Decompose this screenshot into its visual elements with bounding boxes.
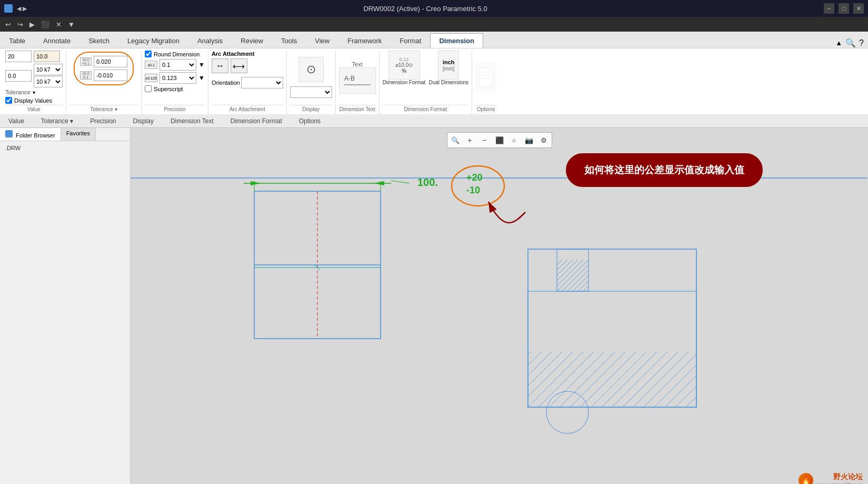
zoom-in-btn[interactable]: 🔍 bbox=[448, 134, 462, 146]
tolerance-group-label: Tolerance ▾ bbox=[69, 105, 138, 113]
tolerance-label[interactable]: Tolerance bbox=[5, 89, 31, 95]
drawing-svg: 100. +20 -10 bbox=[131, 154, 868, 484]
zoom-out-btn[interactable]: − bbox=[478, 134, 492, 146]
dimtext-icon[interactable]: A-B bbox=[339, 67, 376, 94]
svg-line-41 bbox=[665, 376, 696, 407]
zoom-circle-btn[interactable]: ○ bbox=[507, 134, 521, 146]
tol-lower-input[interactable]: -0.010 bbox=[94, 70, 127, 81]
collapse-ribbon-btn[interactable]: ▲ bbox=[835, 39, 842, 47]
precision-dropdown1[interactable]: ▼ bbox=[198, 61, 205, 68]
precision-group-label: Precision bbox=[145, 105, 205, 113]
tab-sketch[interactable]: Sketch bbox=[79, 33, 118, 48]
svg-line-37 bbox=[623, 352, 678, 407]
more-btn[interactable]: ▼ bbox=[66, 19, 77, 29]
svg-text:-10: -10 bbox=[466, 185, 480, 195]
quick-access-toolbar: ↩ ↪ ▶ ⬛ ✕ ▼ bbox=[0, 17, 868, 32]
options-icon[interactable] bbox=[475, 63, 496, 92]
main-area: Folder Browser Favorites .DRW 📁 ▼ 🔧 ▼ 📋 … bbox=[0, 128, 868, 484]
camera-btn[interactable]: 📷 bbox=[522, 134, 536, 146]
svg-line-35 bbox=[602, 352, 657, 407]
svg-line-42 bbox=[675, 386, 696, 407]
dimformat-group: 0.12 ⌀10.0⊙ ⁵⁄₈ Dimension Format inch [m… bbox=[380, 51, 472, 114]
svg-text:100.: 100. bbox=[417, 176, 438, 188]
search-btn[interactable]: 🔍 bbox=[845, 38, 856, 48]
close-btn[interactable]: ✕ bbox=[54, 19, 64, 29]
tab-review[interactable]: Review bbox=[232, 33, 272, 48]
svg-line-31 bbox=[560, 352, 615, 407]
subheader-display[interactable]: Display bbox=[131, 116, 156, 126]
value-input-1[interactable] bbox=[5, 51, 32, 62]
arc-icon-arrows[interactable]: ↔ bbox=[212, 58, 228, 73]
orientation-select[interactable] bbox=[241, 77, 283, 88]
quick-access-items: ◀ ▶ bbox=[17, 5, 27, 12]
value-group-label: Value bbox=[5, 105, 63, 113]
annotation-bubble: 如何将这里的公差显示值改成输入值 bbox=[566, 153, 763, 187]
stop-button[interactable]: ⬛ bbox=[39, 19, 52, 29]
tab-annotate[interactable]: Annotate bbox=[34, 33, 79, 48]
options-group-label: Options bbox=[475, 105, 496, 113]
zoom-in-btn2[interactable]: + bbox=[463, 134, 477, 146]
watermark: 🔥 野火论坛 www.proewildfire.cn TOLERANCE BY … bbox=[799, 472, 863, 484]
svg-line-32 bbox=[570, 352, 625, 407]
tolerance-dropdown-icon[interactable]: ▾ bbox=[33, 90, 35, 95]
tab-table[interactable]: Table bbox=[0, 33, 34, 48]
tol-upper-input[interactable]: 0.020 bbox=[94, 56, 127, 67]
tab-view[interactable]: View bbox=[306, 33, 338, 48]
tab-dimension[interactable]: Dimension bbox=[430, 33, 483, 48]
superscript-check[interactable] bbox=[145, 85, 152, 92]
close-button[interactable]: ✕ bbox=[853, 3, 864, 14]
file-item-drw[interactable]: .DRW bbox=[2, 143, 128, 153]
spinbox-select[interactable]: 10 k7 bbox=[34, 64, 63, 75]
svg-point-44 bbox=[546, 391, 588, 433]
subheader-dimformat[interactable]: Dimension Format bbox=[228, 116, 284, 126]
display-icon[interactable]: ⊙ bbox=[298, 57, 324, 82]
settings-btn[interactable]: ⚙ bbox=[537, 134, 551, 146]
subheader-tolerance[interactable]: Tolerance ▾ bbox=[39, 116, 75, 126]
ribbon-tabs: Table Annotate Sketch Legacy Migration A… bbox=[0, 32, 868, 48]
help-btn[interactable]: ? bbox=[859, 38, 864, 48]
spinbox-select2[interactable]: 10 k7 bbox=[34, 76, 63, 87]
svg-line-40 bbox=[654, 365, 696, 407]
app-icon bbox=[4, 4, 13, 13]
precision-select2[interactable]: 0.123 0.12 0.1 bbox=[159, 72, 196, 84]
tab-tools[interactable]: Tools bbox=[272, 33, 306, 48]
sidebar: Folder Browser Favorites .DRW 📁 ▼ 🔧 ▼ 📋 … bbox=[0, 128, 131, 484]
svg-line-21 bbox=[557, 260, 562, 265]
tolerance-group: 10.0+0.1 0.020 10.0-0.1 -0.010 Tolerance… bbox=[66, 51, 142, 114]
tol-upper-row: 10.0+0.1 0.020 bbox=[80, 56, 127, 67]
dual-dimensions-label: Dual Dimensions bbox=[428, 80, 468, 85]
display-values-check[interactable] bbox=[5, 97, 12, 104]
redo-button[interactable]: ↪ bbox=[15, 19, 25, 29]
minimize-button[interactable]: − bbox=[824, 3, 834, 14]
subheader-dimtext[interactable]: Dimension Text bbox=[168, 116, 216, 126]
display-values-label: Display Values bbox=[14, 97, 52, 104]
subheader-precision[interactable]: Precision bbox=[88, 116, 118, 126]
value-input-3[interactable] bbox=[5, 70, 32, 82]
display-select[interactable] bbox=[290, 86, 332, 98]
svg-marker-47 bbox=[374, 181, 384, 185]
round-dimension-check[interactable] bbox=[145, 51, 152, 57]
svg-line-38 bbox=[633, 352, 689, 407]
dimformat-icon[interactable]: 0.12 ⌀10.0⊙ ⁵⁄₈ bbox=[388, 51, 420, 80]
maximize-button[interactable]: □ bbox=[839, 3, 849, 14]
subheader-bar: Value Tolerance ▾ Precision Display Dime… bbox=[0, 114, 868, 128]
precision-select1[interactable]: 0.1 0.01 0.001 bbox=[159, 59, 196, 71]
arc-icon-arrows2[interactable]: ⟷ bbox=[231, 58, 247, 73]
undo-button[interactable]: ↩ bbox=[3, 19, 13, 29]
sidebar-tab-favorites[interactable]: Favorites bbox=[61, 128, 96, 141]
subheader-value[interactable]: Value bbox=[6, 116, 26, 126]
tab-format[interactable]: Format bbox=[391, 33, 430, 48]
sidebar-tab-folder[interactable]: Folder Browser bbox=[0, 128, 61, 141]
favorites-tab-label: Favorites bbox=[66, 130, 90, 136]
precision-dropdown2[interactable]: ▼ bbox=[198, 74, 205, 82]
svg-line-30 bbox=[549, 352, 604, 407]
run-button[interactable]: ▶ bbox=[27, 19, 37, 29]
tab-analysis[interactable]: Analysis bbox=[188, 33, 232, 48]
tab-framework[interactable]: Framework bbox=[338, 33, 391, 48]
value-group: 10 k7 10 k7 Tolerance ▾ Display Values V… bbox=[2, 51, 66, 114]
svg-line-20 bbox=[557, 260, 567, 270]
zoom-fit-btn[interactable]: ⬛ bbox=[493, 134, 506, 146]
tab-legacy[interactable]: Legacy Migration bbox=[118, 33, 188, 48]
value-input-2[interactable] bbox=[34, 51, 60, 62]
subheader-options[interactable]: Options bbox=[297, 116, 323, 126]
